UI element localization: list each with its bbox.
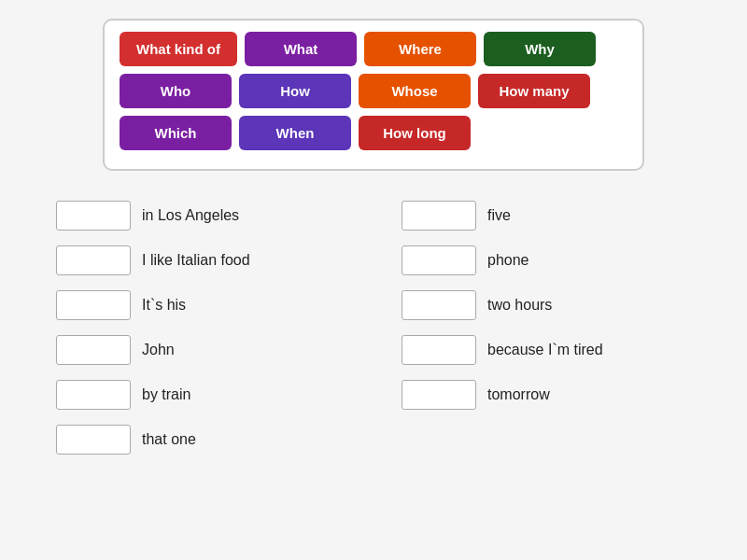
answer-row-right-empty xyxy=(402,417,691,462)
word-bank-row-1: What kind of What Where Why xyxy=(120,32,627,66)
answer-box-left-3[interactable] xyxy=(56,290,131,320)
btn-where[interactable]: Where xyxy=(364,32,476,66)
answer-box-left-2[interactable] xyxy=(56,245,131,275)
answer-box-left-4[interactable] xyxy=(56,335,131,365)
answer-row-right-5: tomorrow xyxy=(402,372,691,417)
answer-label-right-2: phone xyxy=(487,252,529,269)
answer-label-right-3: two hours xyxy=(487,297,552,314)
answer-box-right-1[interactable] xyxy=(402,201,476,231)
answer-row-left-1: in Los Angeles xyxy=(56,193,345,238)
btn-who[interactable]: Who xyxy=(120,74,232,108)
answer-label-left-6: that one xyxy=(142,431,196,448)
answer-row-right-2: phone xyxy=(402,238,691,283)
btn-how-many[interactable]: How many xyxy=(478,74,590,108)
answer-box-left-6[interactable] xyxy=(56,425,131,455)
answers-section: in Los Angeles five I like Italian food … xyxy=(56,193,691,462)
answer-row-left-2: I like Italian food xyxy=(56,238,345,283)
answer-label-left-3: It`s his xyxy=(142,297,186,314)
answer-label-left-4: John xyxy=(142,342,175,358)
answer-row-left-3: It`s his xyxy=(56,283,345,328)
answer-label-left-5: by train xyxy=(142,386,190,403)
answer-box-right-3[interactable] xyxy=(402,290,476,320)
answer-row-right-3: two hours xyxy=(402,283,691,328)
answer-box-right-2[interactable] xyxy=(402,245,476,275)
answer-row-left-4: John xyxy=(56,328,345,372)
answer-row-left-5: by train xyxy=(56,372,345,417)
answer-label-right-4: because I`m tired xyxy=(487,342,603,358)
btn-when[interactable]: When xyxy=(239,116,351,150)
answer-row-right-4: because I`m tired xyxy=(402,328,691,372)
btn-which[interactable]: Which xyxy=(120,116,232,150)
btn-whose[interactable]: Whose xyxy=(359,74,471,108)
word-bank: What kind of What Where Why Who How Whos… xyxy=(103,19,644,171)
word-bank-row-3: Which When How long xyxy=(120,116,627,150)
answer-box-left-5[interactable] xyxy=(56,380,131,410)
word-bank-row-2: Who How Whose How many xyxy=(120,74,627,108)
btn-what-kind-of[interactable]: What kind of xyxy=(120,32,237,66)
btn-how[interactable]: How xyxy=(239,74,351,108)
btn-how-long[interactable]: How long xyxy=(359,116,471,150)
btn-why[interactable]: Why xyxy=(484,32,596,66)
btn-what[interactable]: What xyxy=(245,32,357,66)
answer-label-right-5: tomorrow xyxy=(487,386,550,403)
answer-row-right-1: five xyxy=(402,193,691,238)
answer-box-right-5[interactable] xyxy=(402,380,476,410)
answer-box-right-4[interactable] xyxy=(402,335,476,365)
answer-row-left-6: that one xyxy=(56,417,345,462)
answer-label-left-1: in Los Angeles xyxy=(142,207,239,224)
answer-label-left-2: I like Italian food xyxy=(142,252,250,269)
answer-label-right-1: five xyxy=(487,207,511,224)
answer-box-left-1[interactable] xyxy=(56,201,131,231)
